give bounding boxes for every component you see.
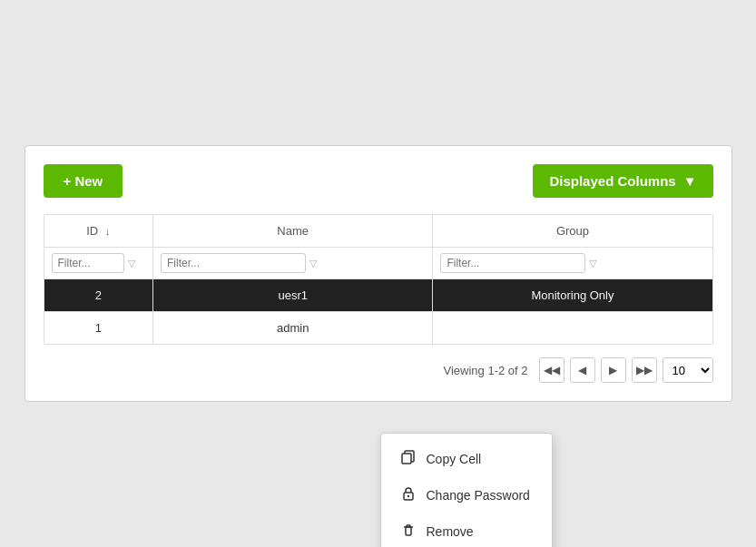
svg-rect-1 [402, 454, 411, 464]
pagination-last-button[interactable]: ▶▶ [632, 357, 657, 383]
cell-name: admin [153, 312, 433, 345]
remove-label: Remove [427, 524, 474, 539]
svg-point-3 [407, 495, 408, 497]
change-password-label: Change Password [427, 488, 530, 503]
col-group-label: Group [556, 224, 589, 238]
pagination-viewing-text: Viewing 1-2 of 2 [444, 364, 528, 377]
dropdown-arrow-icon: ▼ [683, 173, 697, 189]
pagination-next-button[interactable]: ▶ [601, 357, 626, 383]
cell-group: Monitoring Only [433, 279, 712, 312]
filter-cell-group: ▽ [433, 248, 712, 279]
filter-icon-id: ▽ [128, 258, 135, 269]
column-header-id[interactable]: ID ↓ [44, 215, 153, 248]
remove-icon [399, 523, 417, 541]
displayed-columns-label: Displayed Columns [549, 173, 675, 189]
pagination-prev-button[interactable]: ◀ [570, 357, 595, 383]
cell-id: 2 [44, 279, 153, 312]
svg-rect-4 [406, 527, 411, 535]
context-menu-item-copy-cell[interactable]: Copy Cell [381, 441, 552, 477]
copy-cell-icon [399, 450, 417, 468]
table-row[interactable]: 1 admin [44, 312, 712, 345]
filter-icon-group: ▽ [589, 258, 596, 269]
cell-name: uesr1 [153, 279, 433, 312]
column-header-group[interactable]: Group [433, 215, 712, 248]
context-menu: Copy Cell Change Password [380, 433, 553, 547]
displayed-columns-button[interactable]: Displayed Columns ▼ [533, 164, 712, 198]
toolbar: + New Displayed Columns ▼ [44, 164, 713, 198]
copy-cell-label: Copy Cell [427, 452, 482, 466]
table-row[interactable]: 2 uesr1 Monitoring Only [44, 279, 712, 312]
context-menu-item-remove[interactable]: Remove [381, 513, 552, 547]
col-name-label: Name [277, 224, 309, 238]
data-table-wrapper: ID ↓ Name Group ▽ [44, 214, 713, 345]
filter-cell-id: ▽ [44, 248, 153, 279]
filter-input-id[interactable] [52, 253, 124, 273]
main-card: + New Displayed Columns ▼ ID ↓ Name Grou… [25, 145, 732, 402]
pagination-per-page-select[interactable]: 10 25 50 100 [663, 357, 713, 383]
filter-row: ▽ ▽ ▽ [44, 248, 712, 279]
context-menu-item-change-password[interactable]: Change Password [381, 477, 552, 513]
data-table: ID ↓ Name Group ▽ [44, 215, 712, 344]
filter-input-name[interactable] [161, 253, 306, 273]
sort-icon-id: ↓ [105, 226, 111, 237]
column-header-row: ID ↓ Name Group [44, 215, 712, 248]
col-id-label: ID [86, 224, 98, 238]
pagination-row: Viewing 1-2 of 2 ◀◀ ◀ ▶ ▶▶ 10 25 50 100 [44, 357, 713, 383]
filter-icon-name: ▽ [309, 258, 317, 269]
filter-input-group[interactable] [440, 253, 585, 273]
pagination-first-button[interactable]: ◀◀ [539, 357, 565, 383]
column-header-name[interactable]: Name [153, 215, 433, 248]
cell-id: 1 [44, 312, 153, 345]
cell-group [433, 312, 712, 345]
filter-cell-name: ▽ [153, 248, 433, 279]
new-button[interactable]: + New [44, 164, 123, 198]
change-password-icon [399, 486, 417, 504]
